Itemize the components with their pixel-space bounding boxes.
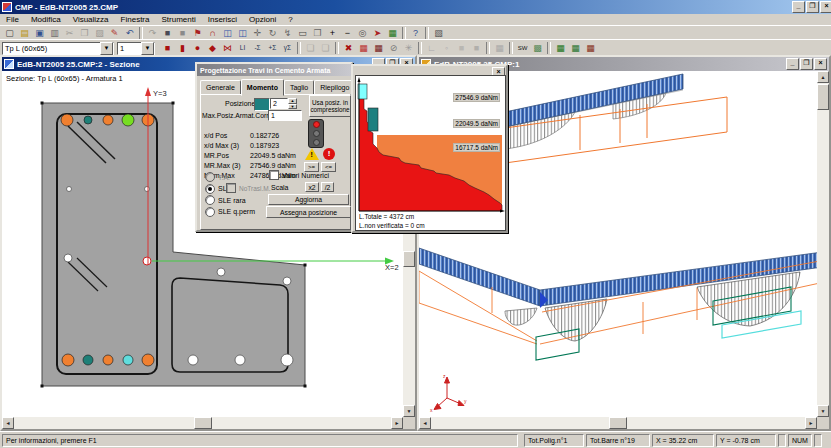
rotate-view-icon[interactable]: ↻ — [265, 27, 280, 40]
app-close-button[interactable]: × — [820, 1, 831, 13]
view3d-vscroll-down-icon[interactable]: ▼ — [817, 405, 829, 417]
section-bar-icon[interactable]: ▮ — [175, 42, 190, 55]
magnet-icon[interactable]: ∩ — [205, 27, 220, 40]
tile-windows-icon[interactable]: ◫ — [220, 27, 235, 40]
dialog-tab-momento[interactable]: Momento — [241, 79, 284, 96]
view3d-vscroll-thumb[interactable] — [817, 84, 829, 110]
app-maximize-button[interactable]: ❐ — [806, 1, 819, 13]
menu-item-visualizza[interactable]: Visualizza — [67, 14, 115, 25]
dialog-titlebar[interactable]: Progettazione Travi in Cemento Armata — [197, 64, 351, 76]
posizione-spinner[interactable]: ▲ ▼ — [288, 98, 297, 109]
open-folder-icon[interactable]: ▤ — [17, 27, 32, 40]
menu-item-file[interactable]: File — [0, 14, 25, 25]
armatura-dropdown-icon[interactable]: ▼ — [141, 42, 154, 55]
section-hscrollbar[interactable]: ◄ ► — [2, 417, 403, 429]
flag-red-icon[interactable]: ⚑ — [190, 27, 205, 40]
radio-circle[interactable] — [205, 184, 215, 194]
valori-numerici-box[interactable] — [269, 170, 279, 180]
menu-item-strumenti[interactable]: Strumenti — [155, 14, 201, 25]
grid-dark-icon[interactable]: ▦ — [371, 42, 386, 55]
new-file-icon[interactable]: ▢ — [2, 27, 17, 40]
aggiorna-button[interactable]: Aggiorna — [268, 194, 349, 205]
view3d-hscroll-right-icon[interactable]: ► — [805, 417, 817, 429]
paste-icon[interactable]: ▨ — [92, 27, 107, 40]
radio-circle[interactable] — [205, 172, 215, 182]
spinner-down-icon[interactable]: ▼ — [288, 104, 297, 110]
section-hscroll-left-icon[interactable]: ◄ — [2, 417, 14, 429]
zoom-in-icon[interactable]: + — [325, 27, 340, 40]
menu-item-inserisci[interactable]: Inserisci — [202, 14, 243, 25]
section-bowtie-icon[interactable]: ⋈ — [220, 42, 235, 55]
sw-icon[interactable]: SW — [515, 42, 530, 55]
dialog-tab-riepilogo[interactable]: Riepilogo — [314, 80, 355, 95]
sigma-gamma-icon[interactable]: γΣ — [280, 42, 295, 55]
redo-icon[interactable]: ↷ — [145, 27, 160, 40]
section-profile-dropdown-icon[interactable]: ▼ — [100, 42, 113, 55]
fill-gray-icon[interactable]: ■ — [175, 27, 190, 40]
corner-icon[interactable]: ∟ — [424, 42, 439, 55]
help-icon[interactable]: ? — [408, 27, 423, 40]
notrasl-checkbox[interactable]: NoTrasl.M. — [226, 183, 271, 193]
zoom-window-icon[interactable]: ▭ — [295, 27, 310, 40]
menu-item-finestra[interactable]: Finestra — [115, 14, 156, 25]
radio-sle-q-perm[interactable]: SLE q.perm — [205, 207, 255, 217]
view3d-minimize-button[interactable]: _ — [786, 58, 799, 70]
gray-square1-icon[interactable]: ■ — [454, 42, 469, 55]
view3d-maximize-button[interactable]: ❐ — [800, 58, 813, 70]
grid-brown-icon[interactable]: ▦ — [583, 42, 598, 55]
undo-icon[interactable]: ↶ — [122, 27, 137, 40]
dot-icon[interactable]: ◦ — [439, 42, 454, 55]
view3d-vscroll-up-icon[interactable]: ▲ — [817, 71, 829, 83]
assegna-posizione-button[interactable]: Assegna posizione — [266, 206, 351, 218]
star-icon[interactable]: ✳ — [401, 42, 416, 55]
view3d-hscrollbar[interactable]: ◄ ► — [419, 417, 817, 429]
section-hscroll-thumb[interactable] — [194, 417, 212, 429]
radio-sle-rara[interactable]: SLE rara — [205, 195, 246, 205]
print-icon[interactable]: ▥ — [47, 27, 62, 40]
radio-circle[interactable] — [205, 195, 215, 205]
section-hscroll-right-icon[interactable]: ► — [391, 417, 403, 429]
usa-posiz-button[interactable]: Usa posiz. in compressione — [309, 95, 351, 117]
selection-box-icon[interactable]: ▧ — [431, 27, 446, 40]
tile-windows2-icon[interactable]: ◫ — [235, 27, 250, 40]
scala-div2-button[interactable]: /2 — [321, 182, 334, 192]
grid-red-icon[interactable]: ▦ — [356, 42, 371, 55]
section-vscroll-thumb[interactable] — [403, 251, 415, 267]
section-square-icon[interactable]: ■ — [160, 42, 175, 55]
view3d-vscrollbar[interactable]: ▲ ▼ — [817, 71, 829, 417]
posizione-input[interactable]: 2 — [270, 98, 288, 109]
sigma-plus-icon[interactable]: +Σ — [265, 42, 280, 55]
cut-bars-icon[interactable]: ✖ — [341, 42, 356, 55]
view3d-close-button[interactable]: × — [814, 58, 827, 70]
page-copy-icon[interactable]: ❏ — [303, 42, 318, 55]
view3d-hscroll-thumb[interactable] — [609, 417, 627, 429]
grid-light-icon[interactable]: ▦ — [492, 42, 507, 55]
zoom-lens-icon[interactable]: ◎ — [355, 27, 370, 40]
scala-x2-button[interactable]: x2 — [305, 182, 319, 192]
dialog-tab-taglio[interactable]: Taglio — [284, 80, 314, 95]
save-icon[interactable]: ▣ — [32, 27, 47, 40]
grid-green2-icon[interactable]: ▦ — [568, 42, 583, 55]
app-minimize-button[interactable]: _ — [792, 1, 805, 13]
page-copy2-icon[interactable]: ❏ — [318, 42, 333, 55]
valori-numerici-checkbox[interactable]: Valori Numerici — [269, 170, 329, 180]
grid-multi-icon[interactable]: ▩ — [530, 42, 545, 55]
section-profile-combo[interactable]: Tp L (60x65) ▼ — [2, 42, 114, 55]
table-green-icon[interactable]: ▦ — [385, 27, 400, 40]
radio-t-a-[interactable]: T.A. — [205, 172, 230, 182]
dynamic-view-icon[interactable]: ↯ — [280, 27, 295, 40]
move-view-icon[interactable]: ✛ — [250, 27, 265, 40]
gray-square2-icon[interactable]: ■ — [469, 42, 484, 55]
cut-icon[interactable]: ✂ — [62, 27, 77, 40]
duplicate-view-icon[interactable]: ❐ — [310, 27, 325, 40]
pan-hand-icon[interactable]: ■ — [160, 27, 175, 40]
zoom-out-icon[interactable]: − — [340, 27, 355, 40]
section-li-icon[interactable]: LI — [235, 42, 250, 55]
section-blob-icon[interactable]: ◆ — [205, 42, 220, 55]
armatura-combo[interactable]: 1 ▼ — [117, 42, 155, 55]
format-brush-icon[interactable]: ✎ — [107, 27, 122, 40]
view3d-hscroll-left-icon[interactable]: ◄ — [419, 417, 431, 429]
menu-item-modifica[interactable]: Modifica — [25, 14, 67, 25]
radio-circle[interactable] — [205, 207, 215, 217]
dialog-tab-generale[interactable]: Generale — [200, 80, 241, 95]
